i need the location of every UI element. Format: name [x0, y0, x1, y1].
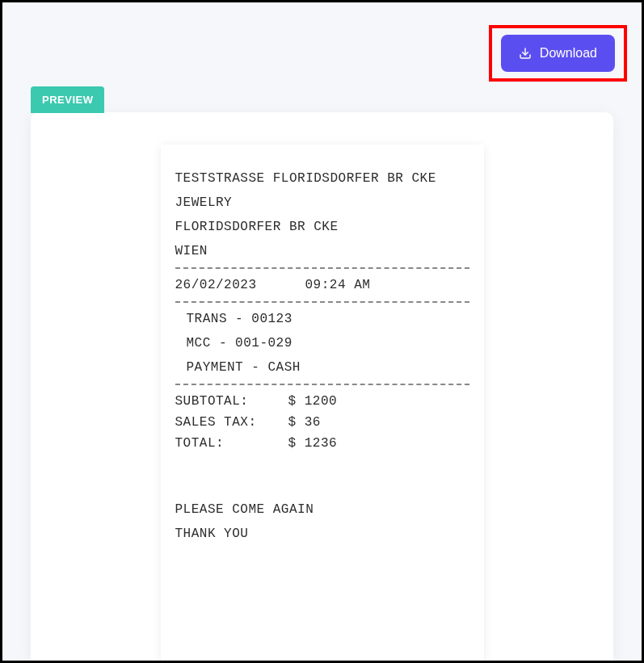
receipt-total-label: TOTAL:: [175, 434, 288, 453]
receipt-salestax-row: SALES TAX: $ 36: [175, 413, 469, 432]
download-icon: [519, 47, 532, 60]
download-button-label: Download: [540, 46, 597, 61]
receipt-merchant-line3: FLORIDSDORFER BR CKE: [175, 217, 469, 237]
receipt-footer-line2: THANK YOU: [175, 524, 469, 543]
receipt-footer-line1: PLEASE COME AGAIN: [175, 500, 469, 519]
divider: [175, 267, 469, 269]
receipt-subtotal-value: $ 1200: [288, 392, 338, 411]
receipt-total-value: $ 1236: [288, 434, 338, 453]
receipt-merchant-line2: JEWELRY: [175, 193, 469, 212]
receipt-trans: TRANS - 00123: [187, 309, 469, 329]
receipt-time: 09:24 AM: [305, 275, 371, 295]
receipt-merchant-line4: WIEN: [175, 241, 469, 261]
download-highlight-box: Download: [489, 25, 627, 82]
receipt-merchant-line1: TESTSTRASSE FLORIDSDORFER BR CKE: [175, 169, 469, 188]
download-button[interactable]: Download: [501, 35, 615, 72]
preview-panel: TESTSTRASSE FLORIDSDORFER BR CKE JEWELRY…: [31, 112, 613, 661]
receipt-payment: PAYMENT - CASH: [187, 358, 469, 377]
receipt-salestax-value: $ 36: [288, 413, 321, 432]
divider: [175, 301, 469, 303]
divider: [175, 384, 469, 385]
receipt-subtotal-label: SUBTOTAL:: [175, 392, 288, 411]
receipt: TESTSTRASSE FLORIDSDORFER BR CKE JEWELRY…: [161, 145, 484, 661]
receipt-subtotal-row: SUBTOTAL: $ 1200: [175, 392, 469, 411]
preview-badge: PREVIEW: [31, 86, 104, 113]
receipt-datetime-row: 26/02/2023 09:24 AM: [175, 275, 469, 295]
header-area: Download: [2, 2, 642, 82]
receipt-mcc: MCC - 001-029: [187, 334, 469, 353]
receipt-salestax-label: SALES TAX:: [175, 413, 288, 432]
receipt-total-row: TOTAL: $ 1236: [175, 434, 469, 453]
receipt-date: 26/02/2023: [175, 275, 257, 295]
